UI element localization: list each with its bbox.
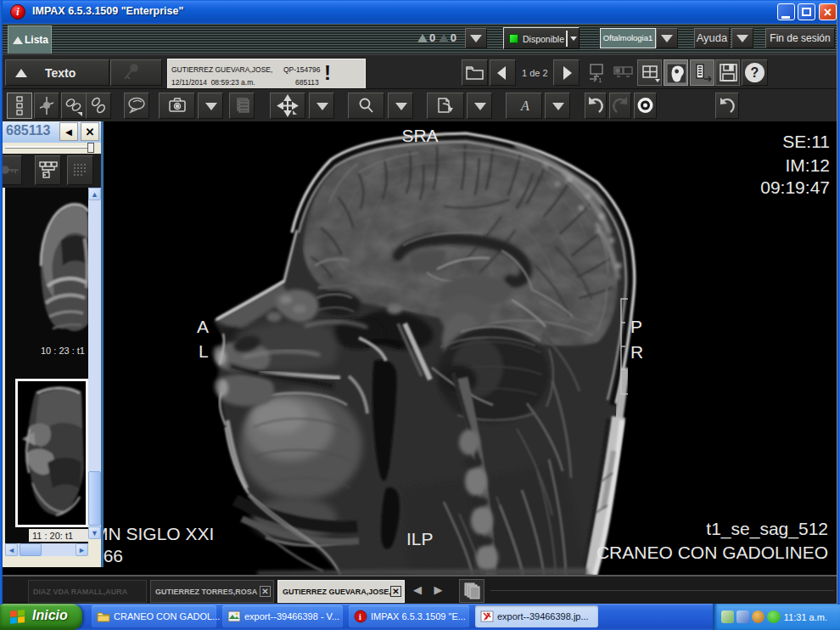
svg-text:L: L bbox=[199, 341, 209, 361]
svg-text:1: 1 bbox=[598, 76, 602, 84]
svg-text:SRA: SRA bbox=[401, 126, 438, 145]
svg-text:A: A bbox=[520, 98, 529, 113]
svg-text:CRANEO CON GADOLINEO: CRANEO CON GADOLINEO bbox=[596, 543, 828, 562]
svg-text:IM:12: IM:12 bbox=[785, 155, 830, 175]
svg-text:09:19:47: 09:19:47 bbox=[760, 177, 830, 197]
svg-text:R: R bbox=[630, 342, 643, 362]
svg-text:ILP: ILP bbox=[406, 529, 434, 548]
svg-text:i: i bbox=[359, 612, 361, 622]
svg-text:11 : 20: t1: 11 : 20: t1 bbox=[32, 531, 73, 541]
svg-text:10 : 23 : t1: 10 : 23 : t1 bbox=[41, 346, 85, 356]
svg-text:SE:11: SE:11 bbox=[782, 132, 830, 151]
svg-text:P: P bbox=[630, 317, 642, 336]
svg-text:A: A bbox=[197, 317, 209, 336]
svg-text:t1_se_sag_512: t1_se_sag_512 bbox=[706, 519, 828, 539]
svg-text:MN SIGLO XXI: MN SIGLO XXI bbox=[93, 524, 214, 543]
